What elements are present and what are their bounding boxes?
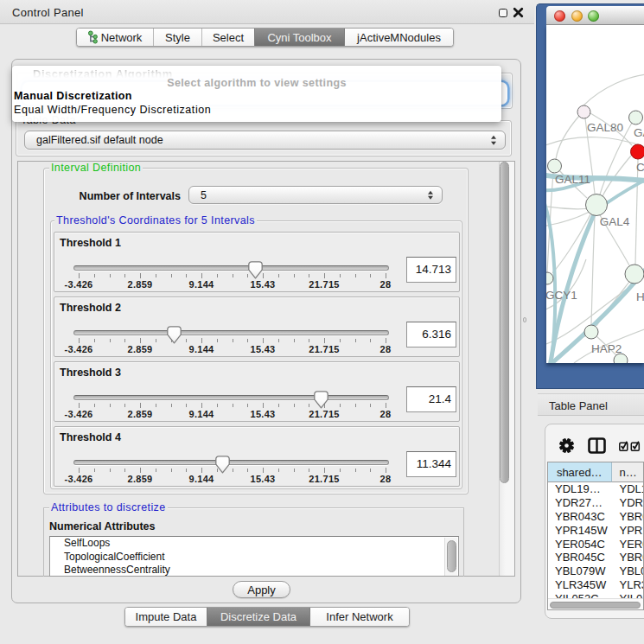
tab-jactivemnodules[interactable]: jActiveMNodules [344, 29, 453, 46]
table-header-shared-name[interactable]: shared… [548, 462, 612, 482]
cell-name: YBR0 [612, 510, 644, 524]
splitter-handle[interactable] [523, 317, 526, 322]
float-window-icon[interactable] [499, 9, 507, 17]
threshold-slider-thumb[interactable] [215, 456, 230, 474]
attribute-list-item[interactable]: TopologicalCoefficient [50, 551, 458, 564]
cell-shared-name: YLR345W [548, 578, 612, 592]
slider-scale-label: 21.715 [309, 279, 339, 290]
zoom-traffic-light-icon[interactable] [588, 10, 599, 22]
network-node-label: HAP2 [591, 342, 622, 355]
network-node[interactable] [625, 265, 644, 284]
checkbox-icons[interactable] [619, 441, 641, 451]
table-row[interactable]: YDR27…YDR2 [548, 496, 643, 510]
threshold-slider-thumb[interactable] [167, 326, 182, 344]
columns-icon[interactable] [588, 437, 606, 454]
table-header-name[interactable]: n… [612, 462, 644, 482]
threshold-slider-track[interactable] [73, 330, 389, 335]
bottom-tab-infer-network[interactable]: Infer Network [309, 608, 409, 626]
node-table[interactable]: shared… n… YDL19…YDL1YDR27…YDR2YBR043CYB… [547, 462, 644, 610]
network-node-label: CYC1 [636, 161, 644, 174]
threshold-slider-thumb[interactable] [314, 391, 328, 409]
tab-cyni-toolbox[interactable]: Cyni Toolbox [254, 29, 344, 46]
threshold-label: Threshold 1 [60, 237, 121, 249]
table-row[interactable]: YER054CYER0 [548, 538, 643, 552]
close-icon[interactable] [513, 7, 524, 18]
attributes-group-title: Attributes to discretize [49, 502, 168, 513]
threshold-value-field[interactable]: 6.316 [406, 322, 456, 348]
algorithm-popup-item[interactable]: Manual Discretization [14, 90, 132, 102]
slider-scale-label: 28 [380, 474, 392, 484]
combo-stepper-icon [491, 136, 497, 145]
network-node[interactable] [631, 144, 644, 159]
threshold-value-field[interactable]: 14.713 [406, 257, 456, 283]
network-node[interactable] [546, 272, 553, 284]
table-row[interactable]: YDL19…YDL1 [548, 482, 643, 496]
tab-label: Impute Data [136, 610, 197, 623]
slider-scale-label: 21.715 [309, 474, 339, 484]
slider-scale-label: 9.144 [188, 344, 214, 354]
table-row[interactable]: YPR145WYPR1 [548, 524, 643, 538]
threshold-slider-track[interactable] [73, 460, 389, 465]
bottom-tab-discretize-data[interactable]: Discretize Data [207, 608, 309, 626]
network-node-label: GAL80 [587, 121, 623, 134]
cyni-bottom-tabbar: Impute DataDiscretize DataInfer Network [124, 607, 410, 627]
threshold-slider-thumb[interactable] [248, 261, 263, 279]
threshold-label: Threshold 4 [60, 431, 121, 443]
network-tree-icon [88, 30, 98, 44]
cell-name: YBR0 [612, 551, 644, 564]
table-row[interactable]: YBR045CYBR0 [548, 551, 643, 564]
slider-scale-label: 21.715 [309, 344, 339, 354]
attributes-list-scrollbar[interactable] [444, 538, 457, 577]
network-node[interactable] [584, 325, 598, 339]
slider-scale-label: 9.144 [188, 409, 214, 419]
threshold-label: Threshold 2 [60, 302, 121, 314]
table-row[interactable]: YBL079WYBL0 [548, 564, 643, 578]
table-row[interactable]: YLR345WYLR3 [548, 578, 643, 592]
bottom-tab-impute-data[interactable]: Impute Data [125, 608, 207, 626]
slider-scale-label: 28 [380, 409, 392, 419]
network-node[interactable] [614, 354, 628, 363]
attributes-list[interactable]: SelfLoopsTopologicalCoefficientBetweenne… [49, 536, 459, 577]
table-row[interactable]: YBR043CYBR0 [548, 510, 643, 524]
network-node[interactable] [548, 159, 562, 173]
network-canvas[interactable]: GAL80GAL2CYC1GAL11GAL4GCY1HXK1HAP2 [546, 25, 644, 363]
cell-name: YLR3 [612, 578, 644, 592]
threshold-slider-track[interactable] [73, 265, 389, 271]
table-horizontal-scrollbar-thumb[interactable] [550, 602, 641, 609]
cell-shared-name: YBR045C [548, 551, 612, 564]
control-panel-titlebar: Control Panel [0, 0, 534, 24]
network-edge [591, 216, 595, 325]
threshold-value-field[interactable]: 21.4 [406, 386, 456, 412]
close-traffic-light-icon[interactable] [554, 10, 565, 22]
attribute-list-item[interactable]: BetweennessCentrality [50, 564, 458, 577]
attributes-list-scrollbar-thumb[interactable] [447, 540, 456, 572]
threshold-value-field[interactable]: 11.344 [406, 451, 456, 477]
table-data-combobox[interactable]: galFiltered.sif default node [24, 131, 506, 150]
network-node[interactable] [586, 194, 608, 216]
number-of-intervals-label: Number of Intervals [52, 190, 181, 202]
network-edge [635, 159, 638, 265]
network-node[interactable] [629, 111, 643, 124]
cell-name: YDL1 [612, 482, 644, 496]
table-panel-title: Table Panel [549, 399, 608, 412]
apply-button[interactable]: Apply [233, 581, 290, 598]
tab-label: Select [213, 31, 244, 44]
network-node[interactable] [577, 105, 590, 118]
settings-scrollbar-thumb[interactable] [500, 162, 509, 483]
algorithm-popup-item[interactable]: Equal Width/Frequency Discretization [14, 104, 211, 116]
cell-shared-name: YPR145W [548, 524, 612, 538]
cell-shared-name: YER054C [548, 538, 612, 552]
settings-scrollbar[interactable] [499, 162, 514, 576]
threshold-slider-track[interactable] [73, 395, 389, 400]
minimize-traffic-light-icon[interactable] [571, 10, 583, 22]
slider-scale-label: 15.43 [250, 344, 275, 354]
tab-style[interactable]: Style [153, 29, 201, 46]
table-horizontal-scrollbar[interactable] [548, 598, 644, 609]
gear-icon[interactable] [559, 438, 574, 453]
attribute-list-item[interactable]: SelfLoops [50, 537, 458, 551]
slider-scale-label: 28 [380, 344, 392, 354]
tab-select[interactable]: Select [201, 29, 254, 46]
tab-network[interactable]: Network [77, 29, 153, 46]
threshold-label: Threshold 3 [60, 367, 121, 379]
number-of-intervals-combobox[interactable]: 5 [188, 186, 443, 204]
